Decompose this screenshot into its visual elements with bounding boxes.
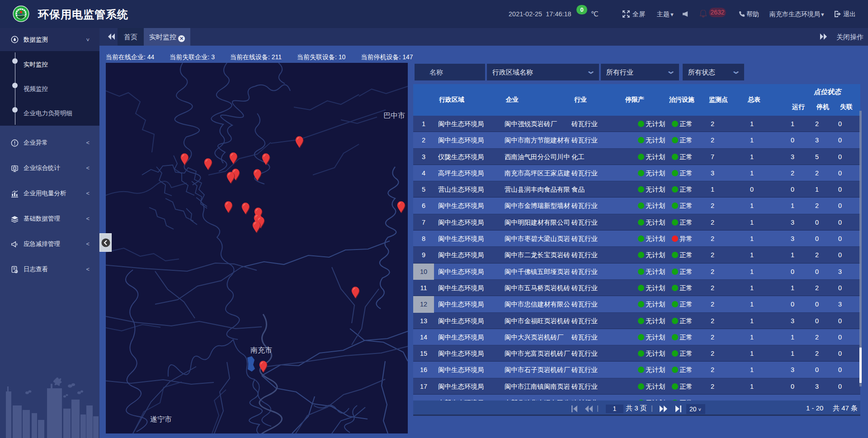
svg-text:遂宁市: 遂宁市 (150, 415, 172, 423)
svg-text:南充市: 南充市 (250, 346, 272, 354)
svg-text:巴中市: 巴中市 (383, 112, 405, 119)
